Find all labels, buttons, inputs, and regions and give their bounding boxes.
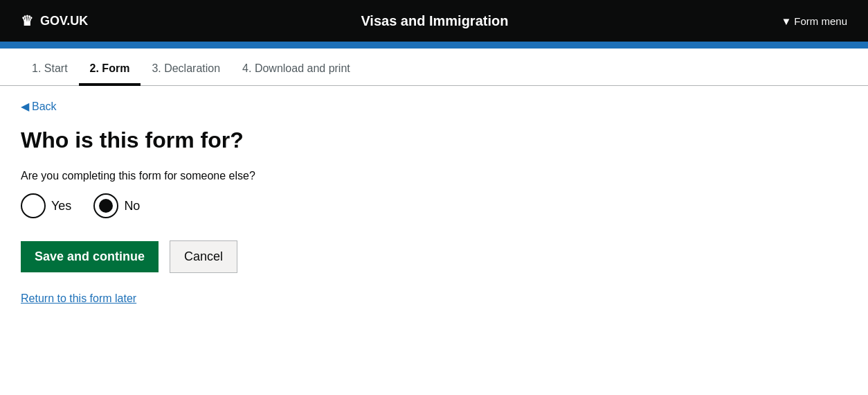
crown-icon: ♛: [21, 12, 33, 29]
back-arrow-icon: ◀: [21, 100, 29, 113]
radio-group: Yes No: [21, 193, 505, 218]
form-menu-label: Form menu: [794, 15, 847, 27]
form-menu-button[interactable]: ▼ Form menu: [781, 15, 847, 27]
radio-option-yes[interactable]: Yes: [21, 193, 71, 218]
logo-text: GOV.UK: [40, 14, 88, 28]
page-heading: Who is this form for?: [21, 127, 505, 153]
tab-form[interactable]: 2. Form: [79, 57, 141, 86]
radio-yes-circle[interactable]: [21, 193, 46, 218]
save-continue-button[interactable]: Save and continue: [21, 241, 159, 272]
back-link-text: Back: [32, 100, 57, 113]
question-label: Are you completing this form for someone…: [21, 170, 505, 182]
radio-option-no[interactable]: No: [93, 193, 140, 218]
gov-logo: ♛ GOV.UK: [21, 12, 88, 29]
back-link[interactable]: ◀ Back: [21, 100, 57, 113]
form-menu-arrow-icon: ▼: [781, 15, 791, 27]
header: ♛ GOV.UK Visas and Immigration ▼ Form me…: [0, 0, 868, 42]
cancel-button[interactable]: Cancel: [170, 240, 237, 273]
radio-yes-label: Yes: [51, 199, 71, 213]
step-nav: 1. Start 2. Form 3. Declaration 4. Downl…: [0, 49, 868, 86]
header-title: Visas and Immigration: [361, 13, 508, 29]
button-group: Save and continue Cancel: [21, 240, 505, 273]
main-content: ◀ Back Who is this form for? Are you com…: [0, 86, 526, 333]
tab-declaration[interactable]: 3. Declaration: [141, 57, 231, 86]
radio-no-circle[interactable]: [93, 193, 118, 218]
tab-download[interactable]: 4. Download and print: [231, 57, 361, 86]
tab-start[interactable]: 1. Start: [21, 57, 79, 86]
radio-no-label: No: [124, 199, 140, 213]
progress-bar: [0, 42, 868, 49]
return-link[interactable]: Return to this form later: [21, 292, 136, 305]
